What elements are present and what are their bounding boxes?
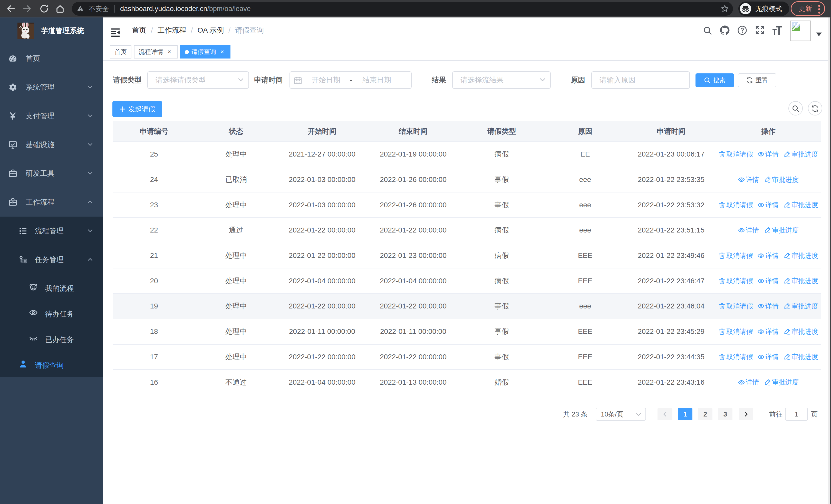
app-logo[interactable]: 芋道管理系统	[0, 18, 103, 44]
cancel-leave-link[interactable]: 取消请假	[719, 327, 753, 336]
sidebar-item-case[interactable]: 研发工具	[0, 159, 103, 188]
cancel-leave-link[interactable]: 取消请假	[719, 200, 753, 209]
avatar-caret-icon[interactable]	[816, 32, 822, 36]
tag-home[interactable]: 首页	[110, 45, 132, 59]
sidebar-item-eye[interactable]: 待办任务	[0, 300, 103, 325]
approval-progress-link[interactable]: 审批进度	[783, 302, 818, 311]
help-icon[interactable]	[738, 26, 747, 35]
page-size-select[interactable]: 10条/页	[596, 408, 646, 421]
sidebar-item-dashboard[interactable]: 首页	[0, 44, 103, 73]
sidebar-item-face[interactable]: 我的流程	[0, 274, 103, 300]
col-type: 请假类型	[459, 121, 544, 142]
browser-reload-button[interactable]	[39, 4, 49, 13]
bookmark-star-icon[interactable]	[721, 5, 729, 13]
page-button-1[interactable]: 1	[678, 408, 692, 420]
font-size-icon[interactable]	[772, 26, 782, 35]
browser-home-button[interactable]	[55, 4, 65, 13]
cancel-leave-link[interactable]: 取消请假	[719, 251, 753, 260]
detail-link[interactable]: 详情	[738, 226, 759, 235]
browser-menu-icon[interactable]	[818, 5, 820, 14]
breadcrumb-item[interactable]: 首页	[132, 26, 146, 34]
tag-leave-query[interactable]: 请假查询×	[180, 45, 230, 59]
close-icon[interactable]: ×	[219, 46, 226, 58]
browser-forward-button[interactable]	[23, 4, 32, 13]
page-url[interactable]: dashboard.yudao.iocoder.cn/bpm/oa/leave	[120, 2, 251, 16]
header-search-icon[interactable]	[703, 26, 712, 35]
approval-progress-link[interactable]: 审批进度	[783, 352, 818, 361]
cell-start: 2022-01-04 00:00:00	[277, 268, 367, 294]
prev-page-button[interactable]	[658, 408, 672, 420]
filter-reason-label: 原因	[571, 71, 585, 89]
approval-progress-link[interactable]: 审批进度	[783, 200, 818, 209]
cancel-leave-link[interactable]: 取消请假	[719, 276, 753, 285]
browser-update-button[interactable]: 更新	[791, 1, 825, 16]
cancel-leave-link[interactable]: 取消请假	[719, 302, 753, 311]
sidebar-item-user[interactable]: 请假查询	[0, 351, 103, 377]
detail-link[interactable]: 详情	[757, 150, 779, 159]
toggle-search-button[interactable]	[789, 101, 803, 116]
search-icon	[792, 105, 799, 112]
security-label[interactable]: 不安全	[89, 2, 109, 16]
end-date-input[interactable]: 结束日期	[362, 72, 391, 88]
sidebar-item-listtree[interactable]: 流程管理	[0, 216, 103, 245]
sidebar-item-label: 待办任务	[45, 300, 74, 328]
cancel-leave-link[interactable]: 取消请假	[719, 150, 753, 159]
cell-apply: 2022-01-22 23:46:47	[626, 268, 716, 294]
close-icon[interactable]: ×	[166, 46, 173, 58]
detail-link[interactable]: 详情	[757, 200, 779, 209]
sidebar-item-eyeclosed[interactable]: 已办任务	[0, 325, 103, 351]
eye-icon	[757, 151, 764, 157]
calendar-icon	[294, 77, 302, 84]
page-content: 请假类型 请选择请假类型 申请时间 开始日期 - 结束日期 结果 请选择流结果 …	[103, 61, 831, 504]
start-date-input[interactable]: 开始日期	[312, 72, 340, 88]
detail-link[interactable]: 详情	[738, 175, 759, 184]
refresh-table-button[interactable]	[808, 101, 822, 116]
next-page-button[interactable]	[739, 408, 753, 420]
approval-progress-link[interactable]: 审批进度	[783, 327, 818, 336]
sidebar-item-yen[interactable]: 支付管理	[0, 101, 103, 130]
result-select[interactable]: 请选择流结果	[452, 71, 551, 89]
cancel-leave-link[interactable]: 取消请假	[719, 352, 753, 361]
chevron-down-icon	[87, 228, 93, 234]
reset-button[interactable]: 重置	[738, 73, 776, 87]
detail-link[interactable]: 详情	[757, 251, 779, 260]
approval-progress-link[interactable]: 审批进度	[783, 276, 818, 285]
reason-input[interactable]: 请输入原因	[591, 71, 690, 89]
approval-progress-link[interactable]: 审批进度	[783, 150, 818, 159]
case2-icon	[9, 198, 17, 206]
cell-start: 2022-01-22 00:00:00	[277, 345, 367, 370]
page-button-3[interactable]: 3	[718, 408, 733, 420]
avatar[interactable]	[790, 21, 811, 41]
chevron-down-icon	[87, 113, 93, 119]
detail-link[interactable]: 详情	[757, 352, 779, 361]
detail-link[interactable]: 详情	[738, 378, 759, 387]
tag-process-detail[interactable]: 流程详情×	[134, 45, 178, 59]
sidebar-item-infra[interactable]: 基础设施	[0, 130, 103, 159]
page-button-2[interactable]: 2	[698, 408, 712, 420]
approval-progress-link[interactable]: 审批进度	[764, 378, 799, 387]
goto-page-input[interactable]: 1	[785, 408, 808, 421]
window-edge	[830, 18, 831, 504]
sidebar-toggle-icon[interactable]	[111, 28, 120, 37]
detail-link[interactable]: 详情	[757, 327, 779, 336]
leave-type-select[interactable]: 请选择请假类型	[147, 71, 249, 89]
approval-progress-link[interactable]: 审批进度	[783, 251, 818, 260]
create-leave-button[interactable]: 发起请假	[112, 101, 162, 117]
detail-link[interactable]: 详情	[757, 276, 779, 285]
fullscreen-icon[interactable]	[755, 26, 764, 34]
apply-time-range-picker[interactable]: 开始日期 - 结束日期	[289, 71, 412, 89]
approval-progress-link[interactable]: 审批进度	[764, 175, 799, 184]
breadcrumb-item[interactable]: 工作流程	[157, 26, 186, 34]
security-warning-icon[interactable]	[77, 5, 84, 11]
approval-progress-link[interactable]: 审批进度	[764, 226, 799, 235]
address-bar[interactable]: 不安全 dashboard.yudao.iocoder.cn/bpm/oa/le…	[72, 2, 733, 16]
browser-back-button[interactable]	[6, 4, 16, 13]
sidebar-item-label: 系统管理	[26, 73, 54, 101]
sidebar-item-case2[interactable]: 工作流程	[0, 188, 103, 216]
github-icon[interactable]	[720, 25, 730, 35]
breadcrumb-item[interactable]: OA 示例	[198, 26, 224, 34]
search-button[interactable]: 搜索	[695, 73, 734, 87]
sidebar-item-tasktree[interactable]: 任务管理	[0, 245, 103, 274]
sidebar-item-gear[interactable]: 系统管理	[0, 73, 103, 101]
detail-link[interactable]: 详情	[757, 302, 779, 311]
